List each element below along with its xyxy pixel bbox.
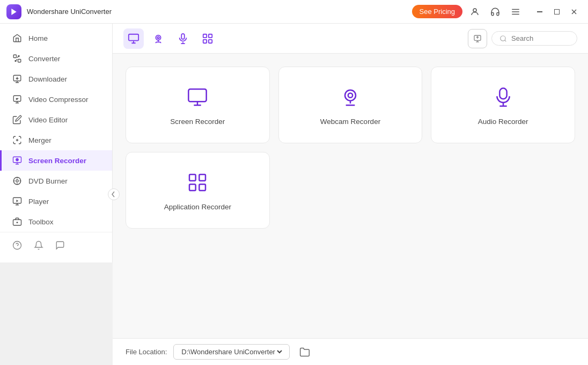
search-box[interactable] xyxy=(491,31,577,46)
title-bar: Wondershare UniConverter See Pricing xyxy=(0,0,588,24)
sidebar-item-video-editor[interactable]: Video Editor xyxy=(0,110,112,130)
upload-button[interactable] xyxy=(468,29,487,48)
svg-rect-28 xyxy=(203,34,207,37)
svg-point-15 xyxy=(16,180,19,182)
compressor-icon xyxy=(12,94,22,104)
downloader-icon xyxy=(12,74,22,84)
close-button[interactable] xyxy=(567,4,582,19)
minimize-button[interactable] xyxy=(532,4,547,19)
svg-rect-22 xyxy=(129,34,138,40)
maximize-button[interactable] xyxy=(549,4,564,19)
webcam-toolbar-button[interactable] xyxy=(148,28,168,49)
svg-point-0 xyxy=(473,9,476,12)
sidebar-item-screen-recorder[interactable]: Screen Recorder xyxy=(0,150,112,171)
svg-rect-43 xyxy=(200,184,206,191)
svg-point-36 xyxy=(348,93,352,98)
webcam-recorder-card[interactable]: Webcam Recorder xyxy=(278,67,423,143)
sidebar-item-video-compressor[interactable]: Video Compressor xyxy=(0,89,112,110)
sidebar-item-converter[interactable]: Converter xyxy=(0,48,112,69)
screen-recorder-icon xyxy=(12,156,22,165)
svg-rect-41 xyxy=(200,174,206,181)
svg-rect-5 xyxy=(555,9,560,14)
sidebar-item-downloader[interactable]: Downloader xyxy=(0,69,112,89)
headphone-icon-button[interactable] xyxy=(487,4,503,20)
svg-rect-37 xyxy=(499,88,506,99)
svg-point-20 xyxy=(13,242,21,250)
audio-toolbar-button[interactable] xyxy=(173,28,193,49)
screen-toolbar-button[interactable] xyxy=(123,28,144,49)
app-title: Wondershare UniConverter xyxy=(27,8,412,16)
bottom-bar: File Location: D:\Wondershare UniConvert… xyxy=(113,338,588,365)
title-bar-actions: See Pricing xyxy=(412,4,582,20)
sidebar-label-toolbox: Toolbox xyxy=(28,218,54,226)
sidebar-footer xyxy=(0,232,112,258)
user-icon-button[interactable] xyxy=(467,4,483,20)
bell-icon[interactable] xyxy=(32,239,45,252)
search-input[interactable] xyxy=(511,34,569,42)
webcam-card-icon xyxy=(337,84,363,110)
sidebar-item-home[interactable]: Home xyxy=(0,28,112,48)
svg-rect-31 xyxy=(209,39,212,42)
application-recorder-card[interactable]: Application Recorder xyxy=(126,152,270,229)
svg-rect-42 xyxy=(189,184,196,191)
audio-recorder-card[interactable]: Audio Recorder xyxy=(431,67,575,143)
toolbox-icon xyxy=(12,217,22,227)
home-icon xyxy=(12,33,22,43)
sidebar-label-home: Home xyxy=(28,34,48,42)
file-location-label: File Location: xyxy=(126,348,167,356)
svg-rect-8 xyxy=(13,55,16,57)
sidebar-label-screen-recorder: Screen Recorder xyxy=(28,157,86,165)
file-location-selector[interactable]: D:\Wondershare UniConverterC:\Users\Vide… xyxy=(173,344,290,360)
sidebar-item-dvd-burner[interactable]: DVD Burner xyxy=(0,171,112,191)
webcam-recorder-label: Webcam Recorder xyxy=(320,118,380,126)
window-controls xyxy=(532,4,582,19)
converter-icon xyxy=(12,54,22,63)
svg-point-13 xyxy=(16,158,19,161)
screen-card-icon xyxy=(185,84,210,110)
app-body: Home Converter Downloader xyxy=(0,24,588,365)
application-recorder-label: Application Recorder xyxy=(164,203,231,211)
feedback-icon[interactable] xyxy=(54,239,67,252)
sidebar-item-merger[interactable]: Merger xyxy=(0,130,112,150)
sidebar-container: Home Converter Downloader xyxy=(0,24,113,365)
svg-point-35 xyxy=(345,90,356,101)
svg-rect-29 xyxy=(209,34,212,37)
screen-recorder-card[interactable]: Screen Recorder xyxy=(126,67,270,143)
sidebar-label-player: Player xyxy=(28,198,49,206)
merger-icon xyxy=(12,135,22,145)
file-location-dropdown[interactable]: D:\Wondershare UniConverterC:\Users\Vide… xyxy=(179,347,284,356)
svg-rect-30 xyxy=(203,39,207,42)
sidebar-label-video-editor: Video Editor xyxy=(28,116,68,124)
app-logo xyxy=(6,4,21,19)
sidebar-label-dvd-burner: DVD Burner xyxy=(28,177,68,185)
audio-recorder-label: Audio Recorder xyxy=(478,118,528,126)
screen-recorder-label: Screen Recorder xyxy=(170,118,225,126)
svg-point-24 xyxy=(157,36,159,39)
svg-rect-40 xyxy=(189,174,196,181)
open-folder-button[interactable] xyxy=(296,344,313,361)
audio-card-icon xyxy=(490,84,516,110)
sidebar-label-video-compressor: Video Compressor xyxy=(28,96,89,104)
search-icon xyxy=(499,35,507,42)
sidebar-item-toolbox[interactable]: Toolbox xyxy=(0,211,112,232)
main-content: Screen Recorder Webcam Recorder xyxy=(113,24,588,365)
svg-rect-34 xyxy=(189,89,207,101)
svg-rect-25 xyxy=(181,33,185,39)
dvd-icon xyxy=(12,176,22,186)
menu-icon-button[interactable] xyxy=(508,4,524,20)
sidebar: Home Converter Downloader xyxy=(0,24,113,262)
svg-rect-9 xyxy=(18,60,21,62)
sidebar-item-player[interactable]: Player xyxy=(0,191,112,211)
cards-area: Screen Recorder Webcam Recorder xyxy=(113,54,588,338)
help-icon[interactable] xyxy=(11,239,24,252)
see-pricing-button[interactable]: See Pricing xyxy=(412,5,462,18)
sidebar-collapse-button[interactable] xyxy=(108,188,120,200)
apps-toolbar-button[interactable] xyxy=(197,28,218,49)
app-card-icon xyxy=(185,170,210,195)
sidebar-nav: Home Converter Downloader xyxy=(0,28,112,232)
svg-point-23 xyxy=(156,35,160,40)
svg-point-33 xyxy=(501,35,505,40)
sidebar-label-converter: Converter xyxy=(28,55,60,63)
sidebar-label-merger: Merger xyxy=(28,136,52,144)
sidebar-label-downloader: Downloader xyxy=(28,75,67,83)
